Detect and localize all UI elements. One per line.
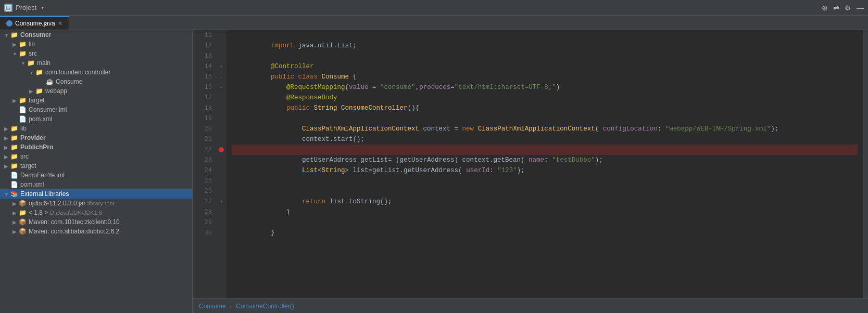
plain-17d: (){	[408, 105, 420, 112]
ln-21: 21	[197, 134, 212, 145]
sidebar-item-consumer-iml[interactable]: ▶ 📄 Consumer.iml	[0, 105, 192, 114]
vertical-scrollbar[interactable]	[863, 30, 868, 298]
code-line-26: return list.toString();	[232, 186, 858, 197]
sidebar-item-lib[interactable]: ▶ 📁 lib	[0, 40, 192, 49]
settings-button[interactable]: ⚙	[845, 4, 851, 12]
code-line-14: public class Consume {	[232, 61, 858, 72]
tab-bar: Consume.java ✕	[0, 16, 868, 30]
extlib-icon: 📚	[10, 190, 18, 198]
arrow-publichpro: ▶	[2, 145, 10, 150]
tab-close-icon[interactable]: ✕	[58, 20, 62, 27]
sidebar-item-extlibs[interactable]: ▾ 📚 External Libraries	[0, 189, 192, 199]
folder-icon-webapp: 📁	[35, 87, 43, 95]
sidebar-item-maven1[interactable]: ▶ 📦 Maven: com.101tec:zkclient:0.10	[0, 217, 192, 227]
ann-responsebody: @ResponseBody	[286, 94, 337, 101]
arrow-webapp: ▶	[27, 88, 35, 94]
sidebar-item-jdk[interactable]: ▶ 📁 < 1.8 > D:\Java\JDK\JDK1.8	[0, 208, 192, 217]
plain-22b: :	[544, 156, 552, 164]
sidebar-item-main[interactable]: ▾ 📁 main	[0, 58, 192, 68]
minimize-button[interactable]: —	[857, 4, 864, 12]
label-src: src	[29, 50, 37, 57]
ln-23: 23	[197, 155, 212, 165]
breadcrumb-method[interactable]: ConsumeController()	[236, 303, 294, 310]
sidebar-item-ojdbc[interactable]: ▶ 📦 ojdbc6-11.2.0.3.0.jar library root	[0, 199, 192, 208]
sidebar-item-webapp[interactable]: ▶ 📁 webapp	[0, 86, 192, 96]
arrow-lib2: ▶	[2, 126, 10, 132]
gutter-15: –	[216, 72, 227, 82]
label-consumer-iml: Consumer.iml	[29, 106, 67, 113]
plain-17a	[271, 105, 286, 112]
fold-icon-14[interactable]: ▾	[220, 63, 223, 70]
globe-button[interactable]: ⊕	[822, 4, 828, 12]
label-lib2: lib	[20, 125, 27, 132]
plain-29: }	[271, 229, 275, 237]
sidebar-item-pom1[interactable]: ▶ 📄 pom.xml	[0, 114, 192, 124]
ln-22: 22	[197, 145, 212, 155]
arrow-src: ▾	[10, 51, 19, 57]
plain-17c	[337, 105, 342, 112]
plain-19c	[474, 125, 478, 133]
str-testdubbo: "testDubbo"	[552, 156, 595, 164]
folder-icon-lib: 📁	[19, 41, 27, 48]
sidebar-item-src2[interactable]: ▶ 📁 src	[0, 152, 192, 161]
ln-12: 12	[197, 41, 212, 51]
sidebar-item-consume-file[interactable]: ▶ ☕ Consume	[0, 77, 192, 86]
label-consumer: Consumer	[20, 31, 51, 38]
param-configlocation: configLocation	[603, 125, 658, 133]
code-lines[interactable]: import java.util.List; @Controller publi…	[227, 30, 863, 298]
kw-import: import	[271, 42, 294, 49]
sidebar-item-lib2[interactable]: ▶ 📁 lib	[0, 124, 192, 133]
gutter-12	[216, 41, 227, 51]
jar-icon-maven1: 📦	[19, 218, 27, 226]
breadcrumb-consume[interactable]: Consume	[199, 303, 225, 310]
diff-button[interactable]: ⇌	[833, 4, 839, 12]
ann-controller: @Controller	[271, 63, 314, 70]
breakpoint-22[interactable]	[219, 147, 224, 152]
gutter-19	[216, 113, 227, 124]
plain-15f: )	[556, 84, 560, 91]
gutter-28	[216, 207, 227, 217]
fold-icon-27[interactable]: ▾	[220, 199, 223, 205]
plain-23a	[271, 167, 302, 174]
sidebar-item-pom2[interactable]: ▶ 📄 pom.xml	[0, 180, 192, 189]
code-line-19: ClassPathXmlApplicationContext context =…	[232, 113, 858, 124]
gutter-22[interactable]	[216, 145, 227, 155]
java-file-icon	[6, 20, 12, 27]
gutter-13	[216, 51, 227, 61]
ln-28: 28	[197, 207, 212, 217]
plain-11: java.util.List;	[294, 42, 357, 49]
plain-14c: {	[349, 73, 357, 81]
arrow-extlibs: ▾	[2, 191, 10, 197]
sidebar-item-src[interactable]: ▾ 📁 src	[0, 49, 192, 58]
sidebar-item-target2[interactable]: ▶ 📁 target	[0, 161, 192, 171]
ln-18: 18	[197, 103, 212, 113]
sidebar-item-controller[interactable]: ▾ 📁 com.founderit.controller	[0, 68, 192, 77]
ln-11: 11	[197, 30, 212, 41]
project-dropdown[interactable]: ▾	[41, 4, 44, 11]
ln-27: 27	[197, 197, 212, 207]
arrow-maven2: ▶	[10, 229, 19, 234]
cls-cpxac2: ClassPathXmlApplicationContext	[478, 125, 595, 133]
ln-30: 30	[197, 228, 212, 238]
label-target2: target	[20, 162, 36, 169]
project-icon	[4, 4, 12, 12]
arrow-ojdbc: ▶	[10, 201, 19, 206]
arrow-target2: ▶	[2, 163, 10, 169]
sidebar-item-provider[interactable]: ▶ 📁 Provider	[0, 133, 192, 142]
plain-27: }	[271, 208, 291, 216]
sidebar-item-target1[interactable]: ▶ 📁 target	[0, 96, 192, 105]
tab-consume-java[interactable]: Consume.java ✕	[0, 16, 69, 30]
sidebar-item-maven2[interactable]: ▶ 📦 Maven: com.alibaba:dubbo:2.6.2	[0, 227, 192, 236]
gutter: ▾ – – ▾	[216, 30, 227, 298]
sidebar-item-consumer[interactable]: ▾ 📁 Consumer	[0, 30, 192, 40]
kw-public-14: public	[271, 73, 294, 81]
title-bar-left: Project ▾	[4, 4, 197, 12]
plain-15a	[271, 84, 286, 91]
plain-15c: =	[369, 84, 381, 91]
cls-consume: Consume	[322, 73, 349, 81]
sidebar-item-publichpro[interactable]: ▶ 📁 PublichPro	[0, 142, 192, 152]
folder-icon-target1: 📁	[19, 97, 27, 104]
title-bar: Project ▾ ⊕ ⇌ ⚙ —	[0, 0, 868, 16]
label-pom1: pom.xml	[29, 115, 52, 123]
sidebar-item-demofenye[interactable]: ▶ 📄 DemoFenYe.iml	[0, 171, 192, 180]
